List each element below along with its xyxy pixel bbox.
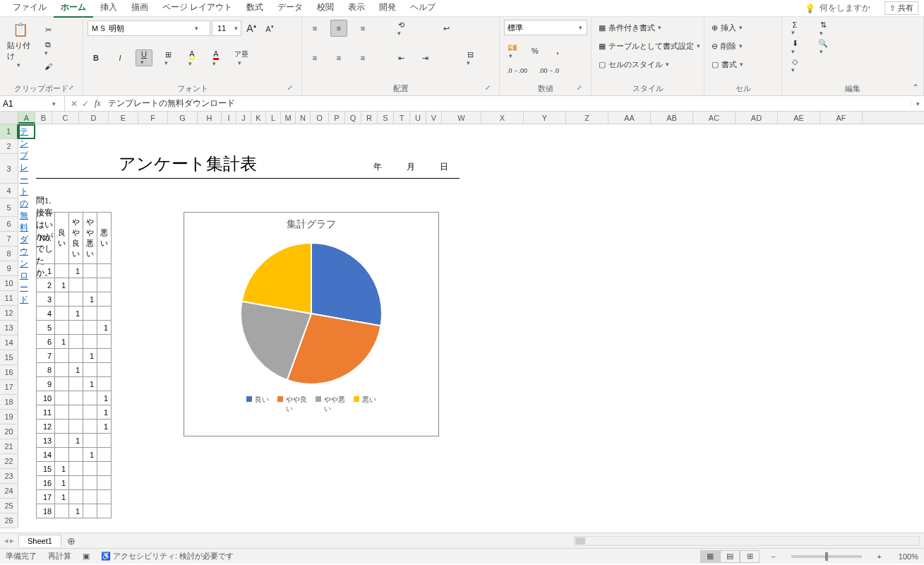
column-header-H[interactable]: H: [198, 112, 222, 124]
wrap-text-button[interactable]: ↩: [438, 20, 455, 37]
font-size-combo[interactable]: ▾: [212, 20, 241, 36]
insert-cells-button[interactable]: ⊕挿入▾: [709, 20, 745, 35]
sheet-tab-sheet1[interactable]: Sheet1: [18, 535, 61, 547]
column-header-AB[interactable]: AB: [651, 112, 693, 124]
bold-button[interactable]: B: [88, 49, 104, 66]
format-cells-button[interactable]: ▢書式▾: [709, 56, 746, 72]
row-header-20[interactable]: 20: [0, 424, 18, 439]
expand-formula-button[interactable]: ▾: [911, 100, 924, 107]
row-header-8[interactable]: 8: [0, 246, 18, 261]
clear-button[interactable]: ◇▾: [786, 56, 803, 73]
normal-view-button[interactable]: ▦: [700, 550, 720, 563]
macro-record-icon[interactable]: ▣: [83, 552, 90, 561]
collapse-ribbon-button[interactable]: ⌃: [912, 83, 919, 93]
increase-decimal-button[interactable]: .0→.00: [504, 62, 530, 79]
menu-開発[interactable]: 開発: [372, 0, 403, 18]
row-header-13[interactable]: 13: [0, 321, 18, 335]
column-header-J[interactable]: J: [236, 112, 251, 124]
phonetic-button[interactable]: ア亜▾: [232, 49, 251, 66]
column-header-L[interactable]: L: [266, 112, 281, 124]
format-painter-button[interactable]: 🖌: [40, 58, 56, 75]
tell-me-search[interactable]: 💡 何をしますか: [805, 2, 870, 14]
accessibility-status[interactable]: ♿ アクセシビリティ: 検討が必要です: [101, 551, 234, 561]
template-download-link[interactable]: テンプレートの無料ダウンロード: [20, 126, 28, 306]
increase-font-button[interactable]: A▴: [243, 20, 260, 37]
column-header-Y[interactable]: Y: [524, 112, 566, 124]
row-header-18[interactable]: 18: [0, 395, 18, 410]
row-header-7[interactable]: 7: [0, 232, 18, 246]
align-center-button[interactable]: ≡: [330, 49, 347, 66]
font-name-combo[interactable]: ▾: [88, 20, 210, 36]
column-header-S[interactable]: S: [378, 112, 394, 124]
fill-button[interactable]: ⬇▾: [786, 38, 803, 55]
row-header-21[interactable]: 21: [0, 439, 18, 454]
share-button[interactable]: ⇪ 共有: [884, 1, 918, 15]
column-header-Z[interactable]: Z: [566, 112, 608, 124]
column-header-D[interactable]: D: [79, 112, 109, 124]
confirm-formula-icon[interactable]: ✓: [82, 99, 89, 109]
align-left-button[interactable]: ≡: [306, 49, 323, 66]
column-header-O[interactable]: O: [311, 112, 329, 124]
column-header-W[interactable]: W: [442, 112, 481, 124]
sort-filter-button[interactable]: ⇅▾: [815, 20, 832, 37]
row-header-25[interactable]: 25: [0, 499, 18, 513]
merge-button[interactable]: ⊟▾: [462, 49, 479, 66]
paste-button[interactable]: 📋 貼り付け ▾: [4, 20, 37, 71]
decrease-font-button[interactable]: A▾: [261, 20, 278, 37]
menu-ページ レイアウト[interactable]: ページ レイアウト: [155, 0, 239, 18]
tab-prev-button[interactable]: ◂: [4, 536, 8, 545]
column-header-G[interactable]: G: [168, 112, 198, 124]
menu-描画[interactable]: 描画: [124, 0, 155, 18]
column-header-E[interactable]: E: [109, 112, 138, 124]
align-middle-button[interactable]: ≡: [330, 20, 347, 37]
row-header-22[interactable]: 22: [0, 454, 18, 469]
menu-ヘルプ[interactable]: ヘルプ: [403, 0, 443, 18]
row-header-10[interactable]: 10: [0, 276, 18, 291]
tab-next-button[interactable]: ▸: [10, 536, 14, 545]
column-header-M[interactable]: M: [281, 112, 296, 124]
pie-chart[interactable]: 集計グラフ 良いやや良いやや悪い悪い: [184, 212, 439, 436]
row-header-24[interactable]: 24: [0, 484, 18, 499]
number-format-combo[interactable]: ▾: [504, 20, 587, 35]
conditional-format-button[interactable]: ▦条件付き書式▾: [596, 20, 664, 35]
column-header-AD[interactable]: AD: [736, 112, 778, 124]
decrease-decimal-button[interactable]: .00→.0: [536, 62, 562, 79]
menu-ホーム[interactable]: ホーム: [54, 0, 93, 18]
column-header-T[interactable]: T: [394, 112, 410, 124]
zoom-out-button[interactable]: −: [771, 552, 775, 561]
column-header-F[interactable]: F: [138, 112, 168, 124]
row-header-2[interactable]: 2: [0, 139, 18, 154]
accounting-format-button[interactable]: 💴▾: [504, 42, 521, 59]
column-header-C[interactable]: C: [52, 112, 79, 124]
formula-input[interactable]: テンプレートの無料ダウンロード: [105, 97, 911, 109]
delete-cells-button[interactable]: ⊖削除▾: [709, 38, 745, 54]
row-header-14[interactable]: 14: [0, 335, 18, 350]
align-right-button[interactable]: ≡: [354, 49, 371, 66]
column-header-R[interactable]: R: [361, 112, 378, 124]
menu-データ[interactable]: データ: [270, 0, 310, 18]
menu-表示[interactable]: 表示: [341, 0, 372, 18]
column-header-AC[interactable]: AC: [693, 112, 736, 124]
column-header-K[interactable]: K: [251, 112, 266, 124]
select-all-button[interactable]: [0, 112, 18, 124]
orientation-button[interactable]: ⟲▾: [392, 20, 409, 37]
row-header-5[interactable]: 5: [0, 198, 18, 217]
align-bottom-button[interactable]: ≡: [354, 20, 371, 37]
zoom-slider[interactable]: [791, 555, 862, 558]
number-launcher-icon[interactable]: ⤢: [575, 84, 584, 93]
copy-button[interactable]: ⧉▾: [40, 40, 56, 56]
row-header-4[interactable]: 4: [0, 184, 18, 198]
row-header-17[interactable]: 17: [0, 380, 18, 395]
underline-button[interactable]: U▾: [136, 49, 152, 66]
row-header-11[interactable]: 11: [0, 291, 18, 306]
align-top-button[interactable]: ≡: [306, 20, 323, 37]
column-header-Q[interactable]: Q: [345, 112, 361, 124]
borders-button[interactable]: ⊞▾: [160, 49, 176, 66]
format-as-table-button[interactable]: ▦テーブルとして書式設定▾: [596, 38, 703, 54]
menu-校閲[interactable]: 校閲: [310, 0, 341, 18]
zoom-in-button[interactable]: +: [877, 552, 882, 561]
column-header-AF[interactable]: AF: [820, 112, 863, 124]
fx-icon[interactable]: fx: [95, 98, 105, 109]
increase-indent-button[interactable]: ⇥: [416, 49, 433, 66]
comma-button[interactable]: ,: [549, 42, 566, 59]
